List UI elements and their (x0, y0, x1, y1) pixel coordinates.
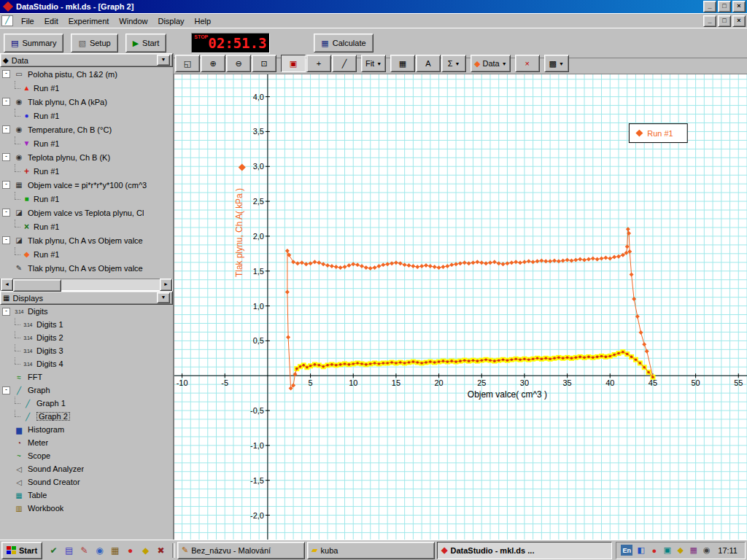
data-item-row[interactable]: -◉Temperature, Ch B (°C) (0, 122, 173, 136)
legend[interactable]: Run #1 (629, 124, 687, 143)
task-button[interactable]: ✎Bez_názvu - Malování (177, 542, 305, 559)
quicklaunch-icon-4[interactable]: ◉ (93, 543, 107, 557)
calculate-button[interactable]: ▦Calculate (314, 34, 373, 52)
tray-icon-6[interactable]: ◉ (701, 545, 712, 556)
data-horizontal-scrollbar[interactable]: ◄ ► (0, 279, 173, 291)
displays-panel-header[interactable]: ▦ Displays ▼ (0, 291, 173, 305)
quicklaunch-icon-8[interactable]: ✖ (154, 543, 168, 557)
data-highlight-button[interactable]: ▣ (281, 55, 306, 72)
data-run-row[interactable]: ●Run #1 (0, 109, 173, 122)
data-item-row[interactable]: -◪Objem valce vs Teplota plynu, Cl (0, 206, 173, 219)
menu-item-display[interactable]: Display (152, 15, 189, 27)
data-item-row[interactable]: -▭Poloha pistu, Ch 1&2 (m) (0, 67, 173, 81)
fit-menu-button[interactable]: Fit▼ (361, 55, 386, 72)
calculate-tool-button[interactable]: ▦ (390, 55, 415, 72)
tree-collapse-icon[interactable]: - (2, 98, 10, 106)
statistics-menu-button[interactable]: Σ▼ (441, 55, 466, 72)
display-item-row[interactable]: ╱Graph 1 (0, 397, 173, 410)
display-item-row[interactable]: ◁Sound Creator (0, 475, 173, 489)
tree-collapse-icon[interactable]: - (2, 209, 10, 217)
remove-button[interactable]: × (515, 55, 540, 72)
data-run-row[interactable]: ◆Run #1 (0, 247, 173, 261)
data-item-row[interactable]: -▦Objem valce = pi*r*r*y*100 (cm^3 (0, 178, 173, 192)
display-item-row[interactable]: ▥Workbook (0, 502, 173, 515)
display-item-row[interactable]: ▦Table (0, 489, 173, 502)
data-item-row[interactable]: ✎Tlak plynu, Ch A vs Objem valce (0, 261, 173, 275)
data-panel-menu-button[interactable]: ▼ (157, 55, 170, 66)
close-button[interactable]: × (732, 1, 746, 12)
menu-item-help[interactable]: Help (190, 15, 217, 27)
data-item-row[interactable]: -◉Teplota plynu, Ch B (K) (0, 150, 173, 164)
keyboard-layout-indicator[interactable]: En (621, 545, 632, 556)
display-item-row[interactable]: ╱Graph 2 (0, 410, 173, 423)
scroll-right-button[interactable]: ► (160, 279, 172, 291)
display-item-row[interactable]: ▆Histogram (0, 423, 173, 436)
scrollbar-track[interactable] (13, 279, 160, 290)
display-item-row[interactable]: -3.14Digits (0, 305, 173, 318)
data-run-row[interactable]: ■Run #1 (0, 192, 173, 206)
graph-canvas[interactable]: -10-5510152025303540455055-2,0-1,5-1,0-0… (174, 74, 747, 540)
minimize-button[interactable]: _ (703, 1, 716, 12)
summary-button[interactable]: ▤Summary (4, 34, 63, 52)
maximize-button[interactable]: □ (718, 1, 731, 12)
start-menu-button[interactable]: Start (1, 542, 42, 559)
zoom-out-button[interactable]: ⊖ (226, 55, 251, 72)
tree-collapse-icon[interactable]: - (2, 181, 10, 189)
task-button[interactable]: ◆DataStudio - mkl.ds ... (437, 542, 612, 559)
data-run-row[interactable]: ×Run #1 (0, 219, 173, 233)
scrollbar-thumb[interactable] (13, 279, 61, 292)
quicklaunch-icon-2[interactable]: ▤ (62, 543, 76, 557)
taskbar-clock[interactable]: 17:11 (715, 546, 740, 555)
tray-icon-4[interactable]: ◆ (675, 545, 686, 556)
displays-panel-menu-button[interactable]: ▼ (157, 292, 170, 303)
menu-item-file[interactable]: File (16, 15, 39, 27)
scroll-left-button[interactable]: ◄ (1, 279, 13, 291)
display-item-row[interactable]: ◁Sound Analyzer (0, 462, 173, 475)
mdi-restore-button[interactable]: □ (718, 15, 731, 27)
start-button[interactable]: ▶Start (125, 34, 167, 52)
quicklaunch-icon-6[interactable]: ● (123, 543, 137, 557)
smart-tool-button[interactable]: + (306, 55, 331, 72)
tray-icon-3[interactable]: ▣ (662, 545, 673, 556)
data-run-row[interactable]: ▼Run #1 (0, 136, 173, 150)
task-button[interactable]: ▰kuba (307, 542, 435, 559)
scale-to-fit-button[interactable]: ◱ (175, 55, 200, 72)
display-item-row[interactable]: 3.14Digits 3 (0, 344, 173, 357)
tray-icon-1[interactable]: ◧ (635, 545, 646, 556)
zoom-select-button[interactable]: ⊡ (252, 55, 276, 72)
tree-collapse-icon[interactable]: - (2, 153, 10, 161)
data-run-row[interactable]: +Run #1 (0, 164, 173, 178)
display-item-row[interactable]: 3.14Digits 4 (0, 357, 173, 370)
menu-item-experiment[interactable]: Experiment (63, 15, 115, 27)
tree-collapse-icon[interactable]: - (2, 125, 10, 133)
menu-item-window[interactable]: Window (114, 15, 152, 27)
tray-icon-2[interactable]: ● (649, 545, 659, 556)
display-item-row[interactable]: 3.14Digits 1 (0, 318, 173, 331)
data-menu-button[interactable]: ◆Data▼ (471, 55, 511, 72)
display-item-row[interactable]: ◔Meter (0, 436, 173, 449)
mdi-close-button[interactable]: × (732, 15, 746, 27)
tree-collapse-icon[interactable]: - (2, 70, 10, 78)
data-panel-header[interactable]: ◆ Data ▼ (0, 53, 173, 67)
display-item-row[interactable]: ≈FFT (0, 370, 173, 384)
display-item-row[interactable]: 3.14Digits 2 (0, 331, 173, 344)
tray-icon-5[interactable]: ▦ (688, 545, 699, 556)
quicklaunch-icon-7[interactable]: ◆ (139, 543, 152, 557)
slope-tool-button[interactable]: ╱ (332, 55, 357, 72)
data-run-row[interactable]: ▲Run #1 (0, 81, 173, 95)
text-annotation-button[interactable]: A (416, 55, 441, 72)
mdi-minimize-button[interactable]: _ (703, 15, 716, 27)
data-item-row[interactable]: -◉Tlak plynu, Ch A (kPa) (0, 95, 173, 109)
tree-collapse-icon[interactable]: - (2, 236, 10, 244)
zoom-in-button[interactable]: ⊕ (201, 55, 225, 72)
display-item-row[interactable]: -╱Graph (0, 384, 173, 397)
setup-button[interactable]: ▧Setup (71, 34, 117, 52)
data-item-row[interactable]: -◪Tlak plynu, Ch A vs Objem valce (0, 233, 173, 247)
quicklaunch-icon-1[interactable]: ✔ (47, 543, 61, 557)
graph-settings-button[interactable]: ▩▼ (544, 55, 569, 72)
display-item-row[interactable]: ~Scope (0, 449, 173, 462)
quicklaunch-icon-3[interactable]: ✎ (77, 543, 91, 557)
tree-collapse-icon[interactable]: - (2, 386, 10, 394)
menu-item-edit[interactable]: Edit (39, 15, 63, 27)
tree-collapse-icon[interactable]: - (2, 308, 10, 316)
